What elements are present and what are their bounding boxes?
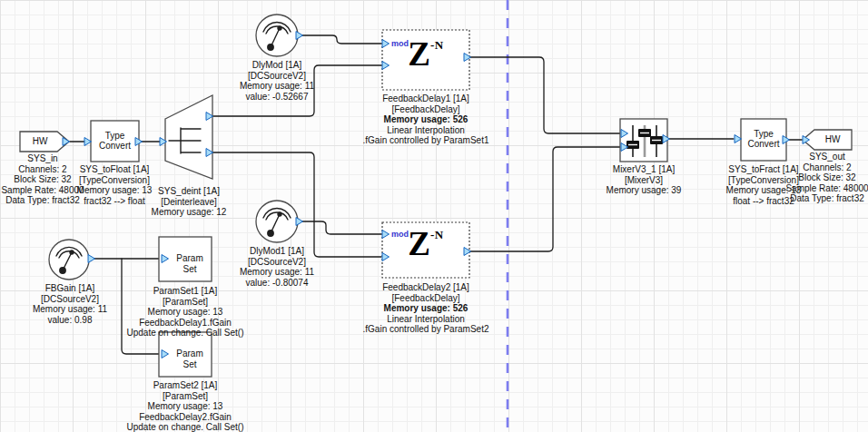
- paramset2-label: Param Set: [169, 349, 211, 370]
- feedbackdelay1-caption: FeedbackDelay1 [1A] [FeedbackDelay] Memo…: [363, 93, 489, 146]
- paramset2-caption: ParamSet2 [1A] [ParamSet] Memory usage: …: [127, 380, 244, 432]
- paramset1-label: Param Set: [169, 253, 211, 275]
- wire[interactable]: [212, 152, 381, 257]
- block-dlymod1[interactable]: [256, 201, 298, 242]
- wire[interactable]: [470, 57, 620, 133]
- mixer-caption: MixerV3_1 [1A] [MixerV3] Memory usage: 3…: [607, 164, 682, 196]
- paramset1-caption: ParamSet1 [1A] [ParamSet] Memory usage: …: [127, 286, 244, 339]
- fbgain-caption: FBGain [1A] [DCSourceV2] Memory usage: 1…: [33, 283, 107, 325]
- port-icon[interactable]: [88, 255, 95, 263]
- sys-tofloat-label: Type Convert: [91, 131, 139, 151]
- mod-input-label: mod: [391, 230, 409, 239]
- schematic-canvas: HW Type Convert Param Set Param Set Type…: [0, 0, 868, 432]
- block-fbgain[interactable]: [49, 240, 89, 280]
- feedbackdelay2-caption: FeedbackDelay2 [1A] [FeedbackDelay] Memo…: [363, 282, 489, 335]
- block-dlymod[interactable]: [256, 15, 298, 56]
- dlymod1-caption: DlyMod1 [1A] [DCSourceV2] Memory usage: …: [240, 246, 314, 288]
- sys-out-hw-label: HW: [814, 134, 852, 145]
- mod-input-label: mod: [391, 39, 409, 48]
- wire[interactable]: [302, 35, 381, 44]
- port-icon[interactable]: [296, 32, 303, 40]
- sys-tofract-label: Type Convert: [741, 129, 786, 149]
- sys-deint-caption: SYS_deint [1A] [Deinterleave] Memory usa…: [152, 186, 227, 218]
- block-sys-deint[interactable]: [165, 95, 212, 179]
- sys-in-caption: SYS_in Channels: 2 Block Size: 32 Sample…: [1, 153, 84, 206]
- sys-in-hw-label: HW: [20, 136, 60, 147]
- sys-tofloat-caption: SYS_toFloat [1A] [TypeConversion] Memory…: [77, 164, 153, 206]
- dlymod-caption: DlyMod [1A] [DCSourceV2] Memory usage: 1…: [240, 60, 314, 102]
- port-icon[interactable]: [296, 218, 303, 226]
- wire[interactable]: [470, 147, 620, 251]
- sys-out-caption: SYS_out Channels: 2 Block Size: 32 Sampl…: [785, 152, 868, 204]
